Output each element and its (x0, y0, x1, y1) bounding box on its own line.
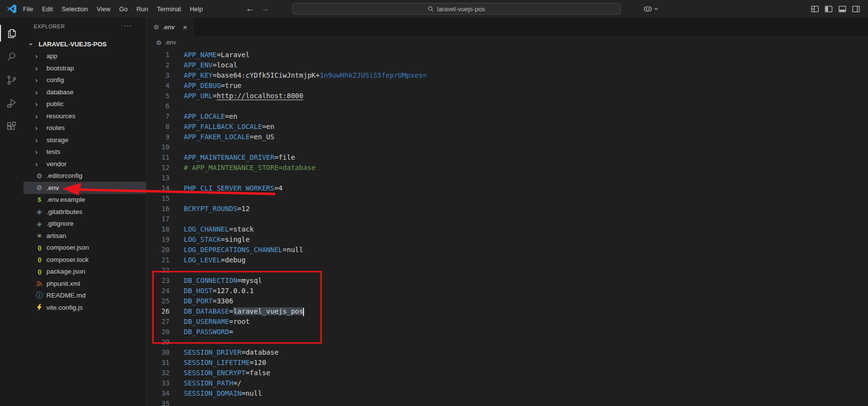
code-line-29[interactable]: 29 (147, 337, 868, 347)
code-line-25[interactable]: 25DB_PORT=3306 (147, 296, 868, 306)
code-line-8[interactable]: 8APP_FALLBACK_LOCALE=en (147, 122, 868, 132)
tree-item-package-json[interactable]: {}package.json (23, 266, 146, 278)
breadcrumb[interactable]: ⚙ .env (147, 36, 868, 49)
gear-icon: ⚙ (35, 184, 43, 192)
run-debug-icon[interactable] (0, 92, 23, 115)
file-label: phpunit.xml (46, 280, 80, 287)
line-number: 4 (147, 81, 170, 91)
tree-root-folder[interactable]: › LARAVEL-VUEJS-POS (23, 38, 146, 50)
code-line-18[interactable]: 18LOG_CHANNEL=stack (147, 224, 868, 235)
file-label: composer.json (46, 244, 89, 251)
tree-item-database[interactable]: ›database (23, 86, 146, 98)
code-line-13[interactable]: 13 (147, 173, 868, 183)
toggle-primary-sidebar-icon[interactable] (825, 5, 833, 13)
line-number: 14 (147, 183, 170, 193)
code-line-11[interactable]: 11APP_MAINTENANCE_DRIVER=file (147, 152, 868, 163)
line-content: DB_HOST=127.0.0.1 (170, 286, 254, 296)
tree-item-config[interactable]: ›config (23, 74, 146, 86)
code-line-14[interactable]: 14PHP_CLI_SERVER_WORKERS=4 (147, 183, 868, 193)
extensions-icon[interactable] (0, 115, 23, 139)
toggle-secondary-sidebar-icon[interactable] (852, 5, 860, 13)
code-line-16[interactable]: 16BCRYPT_ROUNDS=12 (147, 204, 868, 214)
file-tree: › LARAVEL-VUEJS-POS ›app›bootstrap›confi… (23, 35, 146, 314)
menu-help[interactable]: Help (185, 5, 207, 13)
file-label: .editorconfig (46, 172, 83, 179)
code-line-9[interactable]: 9APP_FAKER_LOCALE=en_US (147, 132, 868, 142)
tree-item-tests[interactable]: ›tests (23, 146, 146, 158)
menu-file[interactable]: File (19, 5, 38, 13)
command-center-search[interactable]: laravel-vuejs-pos (292, 3, 621, 15)
file-label: resources (46, 112, 75, 120)
file-label: .gitignore (46, 220, 74, 227)
vscode-window: FileEditSelectionViewGoRunTerminalHelp ←… (0, 0, 868, 406)
code-line-24[interactable]: 24DB_HOST=127.0.0.1 (147, 286, 868, 296)
menu-selection[interactable]: Selection (57, 5, 92, 13)
customize-layout-icon[interactable] (811, 5, 819, 13)
code-line-7[interactable]: 7APP_LOCALE=en (147, 111, 868, 122)
code-line-20[interactable]: 20LOG_DEPRECATIONS_CHANNEL=null (147, 245, 868, 255)
arrow-left-icon[interactable]: ← (246, 4, 254, 14)
code-line-26[interactable]: 26DB_DATABASE=laravel_vuejs_pos (147, 306, 868, 317)
code-line-4[interactable]: 4APP_DEBUG=true (147, 81, 868, 91)
code-line-12[interactable]: 12# APP_MAINTENANCE_STORE=database (147, 163, 868, 173)
source-control-icon[interactable] (0, 68, 23, 92)
code-line-31[interactable]: 31SESSION_LIFETIME=120 (147, 358, 868, 368)
menu-view[interactable]: View (92, 5, 115, 13)
code-line-6[interactable]: 6 (147, 101, 868, 111)
search-icon[interactable] (0, 45, 23, 68)
tree-item-env-example[interactable]: $.env.example (23, 194, 146, 206)
tree-item-editorconfig[interactable]: ⚙.editorconfig (23, 170, 146, 182)
tree-item-gitignore[interactable]: ◈.gitignore (23, 218, 146, 230)
code-line-23[interactable]: 23DB_CONNECTION=mysql (147, 276, 868, 286)
code-line-2[interactable]: 2APP_ENV=local (147, 60, 868, 70)
code-line-32[interactable]: 32SESSION_ENCRYPT=false (147, 368, 868, 378)
tree-item-gitattributes[interactable]: ◈.gitattributes (23, 206, 146, 218)
code-line-19[interactable]: 19LOG_STACK=single (147, 235, 868, 245)
menu-terminal[interactable]: Terminal (152, 5, 185, 13)
code-line-34[interactable]: 34SESSION_DOMAIN=null (147, 388, 868, 399)
tree-item-vite-config-js[interactable]: vite.config.js (23, 301, 146, 314)
tree-item-composer-json[interactable]: {}composer.json (23, 242, 146, 254)
close-icon[interactable]: × (183, 23, 187, 31)
code-line-28[interactable]: 28DB_PASSWORD= (147, 327, 868, 337)
code-line-33[interactable]: 33SESSION_PATH=/ (147, 378, 868, 388)
tree-item-README-md[interactable]: ⓘREADME.md (23, 290, 146, 302)
line-number: 34 (147, 388, 170, 399)
artisan-icon: ≡ (35, 232, 43, 239)
code-line-3[interactable]: 3APP_KEY=base64:cYDfk5ICiwJntmjpK+1n9uwH… (147, 70, 868, 81)
code-line-5[interactable]: 5APP_URL=http://localhost:8000 (147, 91, 868, 101)
tree-item-vendor[interactable]: ›vendor (23, 158, 146, 170)
tree-item-app[interactable]: ›app (23, 50, 146, 63)
code-line-1[interactable]: 1APP_NAME=Laravel (147, 50, 868, 60)
tree-item-env[interactable]: ⚙.env (23, 182, 146, 194)
arrow-right-icon[interactable]: → (261, 4, 269, 14)
code-line-35[interactable]: 35 (147, 399, 868, 406)
tab-env[interactable]: ⚙ .env × (147, 18, 194, 36)
tree-item-routes[interactable]: ›routes (23, 122, 146, 134)
tree-item-phpunit-xml[interactable]: phpunit.xml (23, 278, 146, 290)
code-line-30[interactable]: 30SESSION_DRIVER=database (147, 347, 868, 358)
code-line-15[interactable]: 15 (147, 193, 868, 204)
code-line-22[interactable]: 22 (147, 265, 868, 276)
file-label: bootstrap (46, 64, 74, 72)
tree-item-composer-lock[interactable]: {}composer.lock (23, 254, 146, 266)
toggle-panel-icon[interactable] (838, 5, 846, 13)
menu-run[interactable]: Run (132, 5, 152, 13)
tree-item-public[interactable]: ›public (23, 98, 146, 110)
menu-edit[interactable]: Edit (38, 5, 57, 13)
code-line-21[interactable]: 21LOG_LEVEL=debug (147, 255, 868, 265)
file-label: .env (46, 184, 59, 192)
code-line-10[interactable]: 10 (147, 142, 868, 152)
code-line-17[interactable]: 17 (147, 214, 868, 224)
menu-go[interactable]: Go (115, 5, 132, 13)
gear-icon: ⚙ (35, 172, 43, 180)
tree-item-artisan[interactable]: ≡artisan (23, 230, 146, 242)
tree-item-bootstrap[interactable]: ›bootstrap (23, 62, 146, 74)
more-actions-icon[interactable]: ··· (124, 21, 132, 29)
copilot-menu[interactable] (643, 0, 658, 18)
code-area[interactable]: 1APP_NAME=Laravel2APP_ENV=local3APP_KEY=… (147, 49, 868, 406)
code-line-27[interactable]: 27DB_USERNAME=root (147, 317, 868, 327)
tree-item-storage[interactable]: ›storage (23, 134, 146, 146)
explorer-icon[interactable] (0, 21, 23, 45)
tree-item-resources[interactable]: ›resources (23, 110, 146, 122)
